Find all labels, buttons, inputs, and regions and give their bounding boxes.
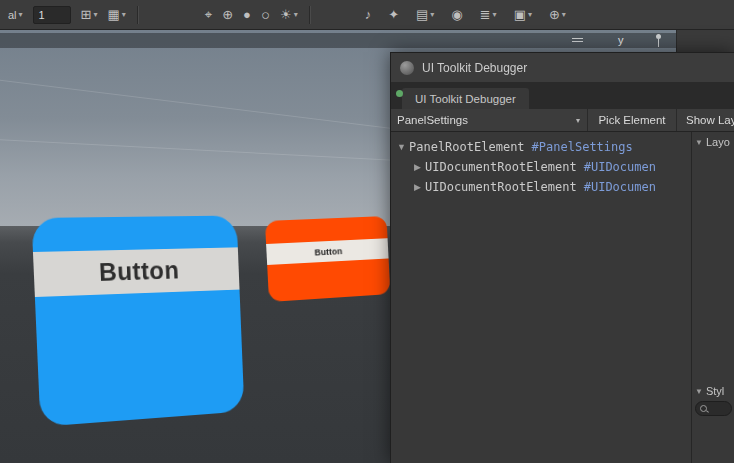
layers-dropdown-button[interactable]: ▤ ▾ [412, 4, 438, 26]
chevron-down-icon: ▾ [562, 11, 566, 19]
layout-foldout-label: Layo [706, 136, 730, 148]
layout-foldout[interactable]: ▼ Layo [692, 132, 734, 148]
tree-row[interactable]: ▶ UIDocumentRootElement #UIDocumen [391, 157, 691, 177]
world-button-blue-label: Button [98, 255, 180, 287]
chevron-down-icon: ▾ [528, 11, 532, 19]
styles-section: ▼ Styl [692, 381, 734, 416]
gizmos-icon: ⊕ [549, 8, 560, 21]
chevron-down-icon: ▾ [576, 116, 580, 125]
chevron-down-icon: ▾ [122, 11, 126, 19]
chevron-down-icon: ▾ [93, 11, 97, 19]
effects-button[interactable]: ✦ [384, 4, 403, 26]
stack-dropdown-button[interactable]: ≣ ▾ [476, 4, 501, 26]
toolbar-separator [309, 6, 311, 24]
element-name: UIDocumentRootElement [425, 180, 577, 194]
skybox-toggle-button[interactable]: ⊕ [218, 4, 237, 26]
show-layout-button[interactable]: Show Lay [677, 109, 734, 131]
details-pane: ▼ Layo ▼ Styl [691, 132, 734, 463]
panel-select-value: PanelSettings [391, 114, 576, 126]
tree-row[interactable]: ▶ UIDocumentRootElement #UIDocumen [391, 177, 691, 197]
foldout-expanded-icon: ▼ [695, 138, 703, 147]
window-title: UI Toolkit Debugger [422, 61, 527, 75]
stack-icon: ≣ [480, 8, 491, 21]
window-icon [400, 61, 414, 75]
element-name: PanelRootElement [409, 140, 525, 154]
grid-snap-icon: ⊞ [81, 8, 92, 21]
world-button-orange[interactable]: Button [265, 216, 390, 302]
grid-size-icon: ▦ [108, 8, 120, 21]
styles-foldout-label: Styl [706, 385, 724, 397]
styles-foldout[interactable]: ▼ Styl [692, 381, 734, 397]
chevron-down-icon: ▾ [294, 11, 298, 19]
visibility-toggle-button[interactable]: ◉ [447, 4, 466, 26]
tab-ui-toolkit-debugger[interactable]: UI Toolkit Debugger [402, 88, 529, 109]
element-id: #UIDocumen [584, 160, 656, 174]
orbit-view-button[interactable]: ⌖ [201, 4, 216, 26]
camera-icon: ▣ [514, 8, 526, 21]
axis-y-label: y [618, 34, 624, 46]
ui-toolkit-debugger-window: UI Toolkit Debugger UI Toolkit Debugger … [390, 52, 734, 463]
tab-strip: UI Toolkit Debugger [391, 83, 734, 109]
snap-increment-field[interactable]: 1 [33, 6, 71, 24]
foldout-collapsed-icon[interactable]: ▶ [412, 182, 423, 192]
sphere-filled-icon: ● [243, 8, 251, 21]
orbit-icon: ⌖ [205, 8, 212, 21]
sphere-outline-icon: ○ [261, 7, 270, 22]
shaded-mode-button[interactable]: ● [239, 4, 255, 26]
pivot-label: al [8, 9, 17, 21]
foldout-expanded-icon: ▼ [695, 387, 703, 396]
pivot-dropdown[interactable]: al ▾ [4, 4, 27, 26]
world-button-blue-face[interactable]: Button [33, 247, 240, 297]
element-tree: ▼ PanelRootElement #PanelSettings ▶ UIDo… [391, 132, 691, 463]
foldout-expanded-icon[interactable]: ▼ [396, 142, 407, 152]
grid-size-button[interactable]: ▦ ▾ [104, 4, 130, 26]
scene-overlay-bar: y [0, 33, 676, 48]
camera-dropdown-button[interactable]: ▣ ▾ [510, 4, 536, 26]
debugger-content: ▼ PanelRootElement #PanelSettings ▶ UIDo… [391, 132, 734, 463]
effects-icon: ✦ [388, 8, 399, 21]
axis-gizmo-icon[interactable] [652, 34, 664, 47]
debugger-toolbar: PanelSettings ▾ Pick Element Show Lay [391, 109, 734, 132]
grid-snapping-button[interactable]: ⊞ ▾ [77, 4, 102, 26]
scene-view-toolbar: al ▾ 1 ⊞ ▾ ▦ ▾ ⌖ ⊕ ● ○ ☀ ▾ ♪ ✦ ▤ ▾ ◉ ≣ ▾ [0, 0, 734, 30]
search-icon [700, 405, 707, 412]
element-id: #UIDocumen [584, 180, 656, 194]
toolbar-separator [137, 6, 139, 24]
chevron-down-icon: ▾ [493, 11, 497, 19]
window-titlebar[interactable]: UI Toolkit Debugger [391, 53, 734, 83]
audio-toggle-button[interactable]: ♪ [361, 4, 376, 26]
tab-label: UI Toolkit Debugger [415, 93, 516, 105]
visibility-icon: ◉ [451, 8, 462, 21]
layers-icon: ▤ [416, 8, 428, 21]
gizmos-dropdown-button[interactable]: ⊕ ▾ [545, 4, 570, 26]
wireframe-mode-button[interactable]: ○ [257, 4, 274, 26]
lighting-toggle-button[interactable]: ☀ ▾ [276, 4, 302, 26]
element-name: UIDocumentRootElement [425, 160, 577, 174]
world-button-orange-face[interactable]: Button [266, 238, 388, 265]
overlay-menu-icon[interactable] [572, 38, 583, 44]
chevron-down-icon: ▾ [19, 11, 23, 19]
audio-icon: ♪ [365, 8, 372, 21]
globe-icon: ⊕ [222, 8, 233, 21]
element-id: #PanelSettings [532, 140, 633, 154]
chevron-down-icon: ▾ [430, 11, 434, 19]
pick-element-button[interactable]: Pick Element [588, 109, 677, 131]
panel-select-dropdown[interactable]: PanelSettings ▾ [391, 109, 588, 131]
styles-search-input[interactable] [695, 401, 732, 416]
status-dot [396, 90, 403, 97]
foldout-collapsed-icon[interactable]: ▶ [412, 162, 423, 172]
lighting-icon: ☀ [280, 8, 292, 21]
tree-row[interactable]: ▼ PanelRootElement #PanelSettings [391, 137, 691, 157]
world-button-blue[interactable]: Button [31, 215, 244, 426]
world-button-orange-label: Button [314, 246, 342, 257]
